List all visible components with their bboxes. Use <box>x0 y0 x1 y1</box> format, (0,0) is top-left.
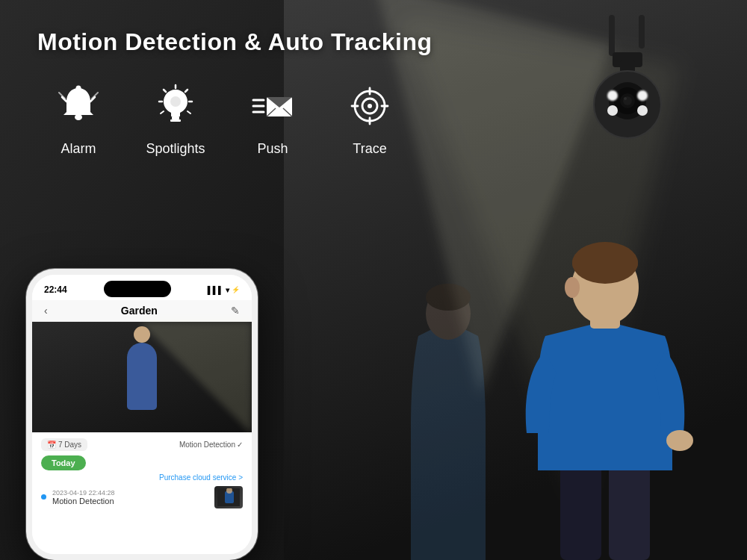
spotlights-label: Spotlights <box>146 141 205 157</box>
svg-rect-31 <box>639 15 645 49</box>
camera-svg <box>568 15 687 164</box>
spotlights-icon-container <box>148 78 203 134</box>
event-info: 2023-04-19 22:44:28 Motion Detection <box>52 489 208 505</box>
battery-icon: ⚡ <box>232 286 240 293</box>
checkmark-icon: ✓ <box>237 441 243 449</box>
svg-point-46 <box>666 430 693 451</box>
dynamic-island <box>104 281 171 297</box>
push-icon <box>250 84 295 128</box>
svg-rect-44 <box>560 463 601 560</box>
event-name: Motion Detection <box>52 497 208 505</box>
back-button[interactable]: ‹ <box>44 305 48 317</box>
svg-line-11 <box>164 90 166 92</box>
phone-outer-shell: 22:44 ▌▌▌ ▾ ⚡ ‹ Garden ✎ <box>26 269 258 560</box>
trace-icon <box>347 84 392 128</box>
svg-point-26 <box>368 104 372 108</box>
today-button[interactable]: Today <box>41 455 86 470</box>
nav-title: Garden <box>121 305 158 317</box>
svg-rect-6 <box>172 116 179 119</box>
event-timestamp: 2023-04-19 22:44:28 <box>52 489 208 497</box>
push-icon-container <box>245 78 300 134</box>
svg-rect-7 <box>170 119 181 122</box>
motion-detection-filter[interactable]: Motion Detection ✓ <box>179 441 243 449</box>
days-badge[interactable]: 📅 7 Days <box>41 438 87 451</box>
cloud-service-link[interactable]: Purchase cloud service > <box>41 473 243 482</box>
event-row: 2023-04-19 22:44:28 Motion Detection <box>41 486 243 508</box>
svg-line-13 <box>161 111 164 113</box>
feed-person-head <box>134 326 150 343</box>
svg-line-14 <box>187 111 190 113</box>
reflection-svg <box>403 276 493 560</box>
svg-point-15 <box>170 96 181 107</box>
feature-alarm: Alarm <box>30 78 127 157</box>
svg-rect-30 <box>609 15 615 56</box>
main-content: Motion Detection & Auto Tracking <box>0 0 747 560</box>
svg-point-43 <box>624 97 627 100</box>
status-icons: ▌▌▌ ▾ ⚡ <box>208 286 240 294</box>
svg-point-51 <box>565 277 580 298</box>
phone-bottom-panel: 📅 7 Days Motion Detection ✓ Today Purcha… <box>32 432 252 555</box>
camera-feed <box>32 322 252 432</box>
signal-icon: ▌▌▌ <box>208 286 223 294</box>
svg-point-38 <box>637 90 648 101</box>
phone-mockup: 22:44 ▌▌▌ ▾ ⚡ ‹ Garden ✎ <box>26 269 258 560</box>
svg-rect-45 <box>609 463 650 560</box>
security-camera <box>568 15 687 167</box>
alarm-icon-container <box>51 78 106 134</box>
person-svg <box>508 202 702 560</box>
svg-point-5 <box>76 86 81 91</box>
motion-label-text: Motion Detection <box>179 441 235 449</box>
event-thumb-icon <box>217 488 240 506</box>
wifi-icon: ▾ <box>226 286 229 294</box>
svg-point-53 <box>426 284 471 311</box>
trace-icon-container <box>342 78 397 134</box>
timeline-header: 📅 7 Days Motion Detection ✓ <box>41 438 243 451</box>
days-label: 7 Days <box>58 441 81 449</box>
phone-status-bar: 22:44 ▌▌▌ ▾ ⚡ <box>32 275 252 300</box>
svg-point-40 <box>637 105 648 116</box>
phone-time: 22:44 <box>44 284 67 295</box>
person-figure <box>508 202 702 560</box>
alarm-icon <box>56 84 101 128</box>
event-thumbnail[interactable] <box>214 486 243 508</box>
svg-point-39 <box>607 105 618 116</box>
spotlights-icon <box>153 84 198 128</box>
edit-button[interactable]: ✎ <box>231 305 240 317</box>
svg-rect-50 <box>572 254 638 273</box>
feature-trace: Trace <box>321 78 418 157</box>
person-reflection <box>403 276 493 560</box>
push-label: Push <box>257 141 288 157</box>
svg-point-37 <box>607 90 618 101</box>
feature-push: Push <box>224 78 321 157</box>
svg-line-9 <box>185 90 187 92</box>
trace-label: Trace <box>353 141 386 157</box>
phone-nav-bar: ‹ Garden ✎ <box>32 300 252 322</box>
phone-screen: 22:44 ▌▌▌ ▾ ⚡ ‹ Garden ✎ <box>32 275 252 554</box>
event-indicator <box>41 494 46 500</box>
svg-point-4 <box>75 114 82 120</box>
calendar-icon: 📅 <box>47 441 56 449</box>
alarm-label: Alarm <box>61 141 96 157</box>
feed-person-body <box>127 343 157 410</box>
feature-spotlights: Spotlights <box>127 78 224 157</box>
